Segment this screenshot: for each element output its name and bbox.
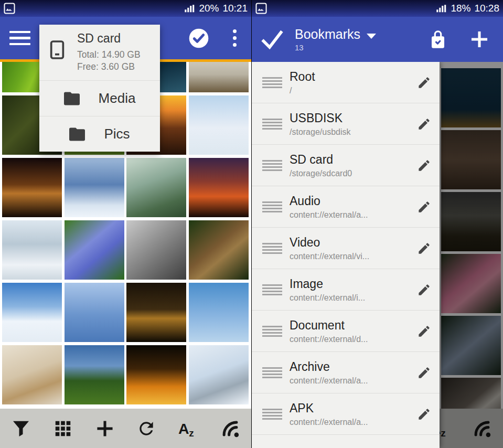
thumbnail-orange-moss[interactable]	[126, 345, 186, 404]
bookmark-path: content://external/i...	[290, 293, 365, 303]
bookmark-item-archive[interactable]: Archivecontent://external/a...	[252, 352, 440, 393]
edit-icon[interactable]	[417, 283, 431, 297]
drag-handle-icon[interactable]	[262, 409, 282, 420]
status-bar: 20% 10:21	[0, 0, 251, 17]
sd-card-icon	[49, 40, 66, 60]
folder-item-media[interactable]: Media	[39, 80, 160, 116]
edit-icon[interactable]	[417, 324, 431, 338]
drag-handle-icon[interactable]	[262, 367, 282, 378]
sort-az-icon[interactable]: Az	[178, 419, 198, 439]
bookmark-item-document[interactable]: Documentcontent://external/d...	[252, 311, 440, 352]
menu-icon[interactable]	[9, 31, 30, 46]
drag-handle-icon[interactable]	[262, 119, 282, 130]
bookmark-title: Archive	[290, 360, 368, 374]
status-bar: 18% 10:28	[252, 0, 503, 17]
battery-percent: 20%	[199, 3, 219, 14]
filter-icon[interactable]	[11, 419, 31, 439]
thumbnail-bw-macro[interactable]	[126, 220, 186, 280]
thumbnail-blue-gentian[interactable]	[65, 220, 124, 280]
photo-icon	[255, 3, 267, 14]
photo-icon	[4, 3, 15, 14]
storage-free: Free: 3.60 GB	[77, 61, 141, 73]
thumbnail-castle-night[interactable]	[2, 158, 62, 217]
edit-icon[interactable]	[417, 407, 431, 421]
thumbnail-red-sunset[interactable]	[189, 158, 249, 217]
edit-icon[interactable]	[417, 241, 431, 255]
add-icon[interactable]	[95, 419, 115, 439]
bookmark-item-all-fil[interactable]: All Fil...	[252, 435, 440, 448]
bookmark-path: content://external/d...	[290, 335, 368, 344]
edit-icon[interactable]	[417, 117, 431, 131]
refresh-icon[interactable]	[136, 419, 156, 439]
clock: 10:21	[222, 3, 248, 14]
drag-handle-icon[interactable]	[262, 201, 282, 212]
screen-gallery: 20% 10:21 Az SD card Total: 14.90 GB Fre…	[0, 0, 251, 448]
thumbnail-waterfall[interactable]	[189, 62, 249, 92]
bookmark-title: Audio	[290, 194, 368, 208]
signal-icon	[435, 3, 447, 14]
bookmark-path: content://external/a...	[290, 376, 368, 386]
lock-icon[interactable]	[429, 29, 447, 49]
thumbnail-snowy-footbridge[interactable]	[65, 158, 124, 217]
folder-icon	[69, 127, 85, 141]
grid-view-icon[interactable]	[53, 419, 73, 439]
overflow-icon[interactable]	[227, 29, 242, 47]
storage-total: Total: 14.90 GB	[77, 49, 141, 61]
folder-label: Pics	[104, 126, 130, 142]
bookmark-item-apk[interactable]: APKcontent://external/a...	[252, 393, 440, 435]
drag-handle-icon[interactable]	[262, 243, 282, 254]
bookmark-item-sd-card[interactable]: SD card/storage/sdcard0	[252, 145, 440, 186]
bookmark-item-image[interactable]: Imagecontent://external/i...	[252, 269, 440, 311]
thumbnail-skier-slope[interactable]	[2, 283, 62, 342]
dropdown-arrow-icon	[367, 34, 376, 39]
svg-text:z: z	[189, 427, 195, 438]
thumbnail-tree-meadow[interactable]	[65, 345, 124, 404]
check-circle-icon[interactable]	[188, 28, 209, 49]
thumbnail-snow-cabin[interactable]	[189, 345, 249, 404]
storage-header[interactable]: SD card Total: 14.90 GB Free: 3.60 GB	[39, 25, 160, 80]
bookmark-item-usbdisk[interactable]: USBDISK/storage/usbdisk	[252, 103, 440, 145]
thumbnail-snowy-pines[interactable]	[2, 220, 62, 280]
thumbnail-snowy-owl[interactable]	[2, 345, 62, 404]
edit-icon[interactable]	[417, 158, 431, 173]
storage-dropdown: SD card Total: 14.90 GB Free: 3.60 GB Me…	[39, 25, 160, 152]
screen-bookmarks: 18% 10:28 Bookmarks 13 Az Root/USBDISK/s…	[252, 0, 503, 448]
bookmark-path: content://external/vi...	[290, 252, 369, 261]
bookmark-title: Video	[290, 236, 369, 249]
app-bar: Bookmarks 13	[252, 17, 503, 62]
battery-percent: 18%	[451, 3, 470, 14]
drag-handle-icon[interactable]	[262, 326, 282, 337]
thumbnail-spring-buds[interactable]	[189, 283, 249, 342]
check-icon[interactable]	[260, 29, 284, 50]
add-icon[interactable]	[469, 29, 489, 49]
folder-icon	[64, 92, 80, 105]
bookmark-title: APK	[290, 401, 368, 415]
folder-item-pics[interactable]: Pics	[39, 116, 160, 152]
bookmark-title: SD card	[290, 153, 352, 166]
bookmark-path: /storage/sdcard0	[290, 169, 352, 178]
thumbnail-butterfly[interactable]	[189, 220, 249, 280]
page-title: Bookmarks	[295, 27, 360, 42]
storage-title: SD card	[77, 31, 141, 46]
signal-icon	[184, 3, 195, 14]
bookmark-item-video[interactable]: Videocontent://external/vi...	[252, 228, 440, 269]
bookmark-title: Root	[290, 70, 315, 83]
wireless-icon[interactable]	[220, 419, 240, 439]
bookmark-item-audio[interactable]: Audiocontent://external/a...	[252, 186, 440, 228]
drag-handle-icon[interactable]	[262, 160, 282, 171]
thumbnail-misty-mountain[interactable]	[126, 158, 186, 217]
edit-icon[interactable]	[417, 366, 431, 380]
drag-handle-icon[interactable]	[262, 77, 282, 88]
thumbnail-frosted-wire[interactable]	[65, 283, 124, 342]
bookmark-path: /storage/usbdisk	[290, 127, 351, 137]
edit-icon[interactable]	[417, 200, 431, 214]
folder-label: Media	[99, 90, 136, 106]
thumbnail-snail-shell[interactable]	[126, 283, 186, 342]
bookmark-item-root[interactable]: Root/	[252, 62, 440, 103]
edit-icon[interactable]	[417, 76, 431, 90]
clock: 10:28	[474, 3, 499, 14]
drag-handle-icon[interactable]	[262, 284, 282, 295]
thumbnail-frosted-tree[interactable]	[189, 95, 249, 155]
bookmarks-title-block[interactable]: Bookmarks 13	[295, 27, 376, 52]
bookmark-path: content://external/a...	[290, 210, 368, 220]
